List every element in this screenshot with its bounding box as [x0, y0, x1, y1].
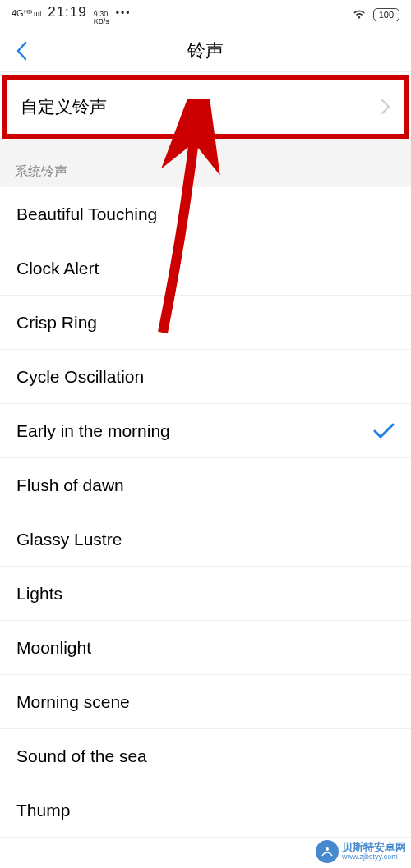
ringtone-item[interactable]: Flush of dawn: [0, 458, 411, 512]
clock: 21:19: [48, 4, 87, 21]
ringtone-label: Thump: [16, 801, 70, 820]
ringtone-label: Lights: [16, 584, 62, 604]
network-indicator: 4Gᴴᴰıııl: [12, 8, 41, 19]
status-bar: 4Gᴴᴰıııl 21:19 9.30KB/s ••• 100: [0, 0, 411, 30]
page-title: 铃声: [187, 39, 224, 63]
ringtone-list: Beautiful TouchingClock AlertCrisp RingC…: [0, 187, 411, 838]
ringtone-label: Early in the morning: [16, 421, 170, 441]
ringtone-item[interactable]: Moonlight: [0, 621, 411, 675]
watermark: 贝斯特安卓网 www.zjbstyy.com: [316, 840, 406, 863]
ringtone-item[interactable]: Clock Alert: [0, 241, 411, 296]
watermark-url: www.zjbstyy.com: [342, 853, 406, 861]
watermark-title: 贝斯特安卓网: [342, 842, 406, 853]
nav-bar: 铃声: [0, 30, 411, 72]
ringtone-item[interactable]: Crisp Ring: [0, 296, 411, 350]
ringtone-item[interactable]: Early in the morning: [0, 404, 411, 458]
ringtone-item[interactable]: Morning scene: [0, 675, 411, 729]
ringtone-label: Glassy Lustre: [16, 530, 122, 549]
ringtone-label: Sound of the sea: [16, 746, 147, 766]
ringtone-label: Beautiful Touching: [16, 204, 157, 224]
ringtone-item[interactable]: Thump: [0, 783, 411, 838]
ringtone-item[interactable]: Cycle Oscillation: [0, 350, 411, 404]
watermark-icon: [316, 840, 339, 863]
ringtone-item[interactable]: Sound of the sea: [0, 729, 411, 783]
battery-indicator: 100: [373, 8, 399, 21]
svg-point-0: [326, 847, 329, 851]
ringtone-item[interactable]: Glassy Lustre: [0, 512, 411, 567]
ringtone-item[interactable]: Lights: [0, 567, 411, 621]
back-button[interactable]: [10, 39, 33, 62]
ringtone-label: Crisp Ring: [16, 313, 97, 333]
chevron-left-icon: [16, 41, 27, 61]
chevron-right-icon: [381, 99, 390, 115]
ringtone-label: Morning scene: [16, 692, 130, 712]
more-icon: •••: [116, 7, 132, 19]
wifi-icon: [352, 8, 367, 22]
custom-ringtone-label: 自定义铃声: [21, 95, 107, 118]
ringtone-label: Clock Alert: [16, 259, 99, 278]
custom-ringtone-row[interactable]: 自定义铃声: [7, 80, 404, 134]
data-speed: 9.30KB/s: [94, 11, 109, 25]
section-gap: [0, 139, 411, 155]
annotation-highlight: 自定义铃声: [2, 75, 409, 139]
check-icon: [373, 423, 395, 439]
ringtone-label: Moonlight: [16, 638, 91, 658]
ringtone-label: Flush of dawn: [16, 475, 124, 495]
system-ringtones-header: 系统铃声: [0, 155, 411, 187]
ringtone-label: Cycle Oscillation: [16, 367, 144, 387]
ringtone-item[interactable]: Beautiful Touching: [0, 187, 411, 241]
